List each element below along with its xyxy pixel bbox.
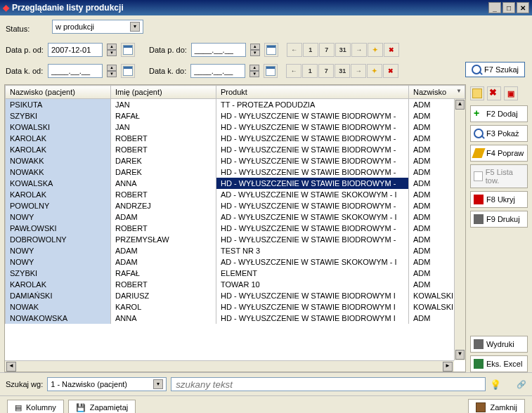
date-nav-strip-2: ←1731→✦✖ [286, 64, 398, 78]
table-row[interactable]: NOWYADAMTEST NR 3ADM [6, 245, 465, 256]
search-input[interactable] [171, 377, 486, 391]
cell: HD - WYŁUSZCZENIE W STAWIE BIODROWYM - [216, 166, 409, 178]
column-header[interactable]: Produkt [216, 86, 409, 99]
app-icon: ◆ [3, 3, 9, 13]
f9-print-button[interactable]: F9 Drukuj [470, 211, 528, 228]
f4-edit-button[interactable]: F4 Popraw [470, 145, 528, 162]
table-row[interactable]: SZYBKIRAFAŁHD - WYŁUSZCZENIE W STAWIE BI… [6, 110, 465, 122]
cell: AD - WYŁUSZCZENIE W STAWIE SKOKOWYM - I [216, 256, 409, 268]
table-row[interactable]: NOWAKKDAREKHD - WYŁUSZCZENIE W STAWIE BI… [6, 166, 465, 178]
cell: NOWAK [6, 301, 111, 313]
cell: HD - WYŁUSZCZENIE W STAWIE BIODROWYM - [216, 223, 409, 234]
table-row[interactable]: POWOLNYANDRZEJHD - WYŁUSZCZENIE W STAWIE… [6, 200, 465, 211]
f3-show-button[interactable]: F3 Pokaż [470, 125, 528, 142]
cell: HD - WYŁUSZCZENIE W STAWIE BIODROWYM - [216, 155, 409, 166]
f2-add-button[interactable]: +F2 Dodaj [470, 105, 528, 122]
table-row[interactable]: NOWYADAMAD - WYŁUSZCZENIE W STAWIE SKOKO… [6, 211, 465, 223]
data-k-od-stepper[interactable]: ▲▼ [107, 65, 117, 77]
data-k-do-stepper[interactable]: ▲▼ [249, 65, 259, 77]
cell: RAFAŁ [111, 268, 216, 279]
cell: HD - WYŁUSZCZENIE W STAWIE BIODROWYM - [216, 178, 409, 189]
save-layout-button[interactable]: 💾Zapamiętaj [68, 400, 136, 414]
data-p-do-input[interactable]: ____.__.__ [191, 43, 246, 57]
date-nav-btn-0[interactable]: ← [287, 43, 302, 57]
close-window-button[interactable]: Zamknij [468, 399, 525, 413]
scroll-down-icon[interactable]: ▼ [455, 350, 465, 360]
hint-icon[interactable]: 💡 [490, 379, 500, 389]
table-row[interactable]: KAROLAKROBERTAD - WYŁUSZCZENIE W STAWIE … [6, 189, 465, 200]
close-button[interactable]: ✕ [517, 2, 529, 13]
data-k-od-calendar[interactable] [121, 64, 135, 78]
search-button[interactable]: F7 Szukaj [465, 62, 525, 77]
cell: DAREK [111, 155, 216, 166]
data-p-do-stepper[interactable]: ▲▼ [250, 44, 260, 56]
delete-icon[interactable]: ✖ [487, 86, 501, 100]
cell: AD - WYŁUSZCZENIE W STAWIE SKOKOWYM - I [216, 189, 409, 200]
date-nav-btn-4[interactable]: → [351, 43, 367, 57]
columns-button[interactable]: ▤Kolumny [7, 400, 64, 414]
excel-export-button[interactable]: Eks. Excel [470, 355, 528, 372]
table-row[interactable]: PSIKUTAJANTT - PROTEZA PODUDZIAADM [6, 99, 465, 110]
vertical-scrollbar[interactable]: ▲ ▼ [454, 99, 465, 360]
column-header[interactable]: Nazwisko (pacjent) [6, 86, 111, 99]
table-row[interactable]: KOWALSKIJANHD - WYŁUSZCZENIE W STAWIE BI… [6, 122, 465, 133]
table-row[interactable]: NOWAKKDAREKHD - WYŁUSZCZENIE W STAWIE BI… [6, 155, 465, 166]
cell: NOWY [6, 245, 111, 256]
f8-hide-button[interactable]: F8 Ukryj [470, 191, 528, 208]
column-header[interactable]: Imię (pacjent) [111, 86, 216, 99]
date-nav-btn-1[interactable]: 1 [303, 43, 318, 57]
date-nav-btn-5[interactable]: ✦ [368, 43, 383, 57]
date-nav-btn-2[interactable]: 7 [319, 43, 335, 57]
search-by-dropdown[interactable]: 1 - Nazwisko (pacjent) ▾ [47, 377, 167, 391]
table-row[interactable]: KOWALSKAANNAHD - WYŁUSZCZENIE W STAWIE B… [6, 178, 465, 189]
cell: HD - WYŁUSZCZENIE W STAWIE BIODROWYM - [216, 133, 409, 144]
data-grid[interactable]: Nazwisko (pacjent)Imię (pacjent)ProduktN… [4, 84, 466, 372]
table-row[interactable]: DAMIAŃSKIDARIUSZHD - WYŁUSZCZENIE W STAW… [6, 290, 465, 301]
pdf-icon[interactable]: ▣ [504, 86, 518, 100]
date-nav-btn-0[interactable]: ← [286, 64, 301, 78]
data-p-od-calendar[interactable] [121, 43, 135, 57]
table-row[interactable]: PAWŁOWSKIROBERTHD - WYŁUSZCZENIE W STAWI… [6, 223, 465, 234]
cell: PRZEMYSŁAW [111, 234, 216, 245]
folder-icon[interactable] [470, 86, 484, 100]
date-nav-btn-2[interactable]: 7 [318, 64, 334, 78]
date-nav-btn-5[interactable]: ✦ [367, 64, 382, 78]
table-row[interactable]: KAROLAKROBERTTOWAR 10ADM [6, 279, 465, 290]
table-row[interactable]: SZYBKIRAFAŁELEMENTADM [6, 268, 465, 279]
data-p-do-calendar[interactable] [264, 43, 278, 57]
scroll-up-icon[interactable]: ▲ [455, 100, 465, 110]
date-nav-btn-6[interactable]: ✖ [383, 64, 398, 78]
table-row[interactable]: NOWAKKAROLHD - WYŁUSZCZENIE W STAWIE BIO… [6, 301, 465, 313]
table-row[interactable]: NOWYADAMAD - WYŁUSZCZENIE W STAWIE SKOKO… [6, 256, 465, 268]
table-row[interactable]: KAROLAKROBERTHD - WYŁUSZCZENIE W STAWIE … [6, 133, 465, 144]
cell: HD - WYŁUSZCZENIE W STAWIE BIODROWYM I [216, 313, 409, 324]
maximize-button[interactable]: □ [502, 2, 515, 13]
table-row[interactable]: DOBROWOLNYPRZEMYSŁAWHD - WYŁUSZCZENIE W … [6, 234, 465, 245]
date-nav-btn-4[interactable]: → [351, 64, 366, 78]
date-nav-btn-3[interactable]: 31 [335, 43, 351, 57]
horizontal-scrollbar[interactable]: ◄ ► [5, 360, 454, 372]
data-k-do-input[interactable]: ____.__.__ [190, 64, 245, 78]
search-bar: Szukaj wg: 1 - Nazwisko (pacjent) ▾ 💡 🔗 [0, 372, 532, 395]
scroll-left-icon[interactable]: ◄ [6, 362, 16, 372]
wydruki-button[interactable]: Wydruki [470, 336, 528, 353]
data-k-do-calendar[interactable] [264, 64, 278, 78]
date-nav-btn-1[interactable]: 1 [302, 64, 318, 78]
table-row[interactable]: NOWAKOWSKAANNAHD - WYŁUSZCZENIE W STAWIE… [6, 313, 465, 324]
printer-icon [474, 214, 484, 224]
date-nav-btn-3[interactable]: 31 [335, 64, 350, 78]
cell: NOWAKK [6, 166, 111, 178]
table-row[interactable]: KAROLAKROBERTHD - WYŁUSZCZENIE W STAWIE … [6, 144, 465, 155]
scroll-right-icon[interactable]: ► [443, 362, 453, 372]
data-k-od-input[interactable]: ____.__.__ [48, 64, 103, 78]
chevron-down-icon: ▾ [130, 22, 140, 32]
data-p-od-stepper[interactable]: ▲▼ [107, 44, 117, 56]
link-icon[interactable]: 🔗 [517, 380, 526, 389]
column-header[interactable]: Nazwisko▼ [409, 86, 465, 99]
cell: ANDRZEJ [111, 200, 216, 211]
minimize-button[interactable]: _ [488, 2, 501, 13]
date-nav-btn-6[interactable]: ✖ [384, 43, 399, 57]
cell: TT - PROTEZA PODUDZIA [216, 99, 409, 110]
status-dropdown[interactable]: w produkcji ▾ [52, 20, 143, 34]
data-p-od-input[interactable]: 2007-12-01 [48, 43, 103, 57]
